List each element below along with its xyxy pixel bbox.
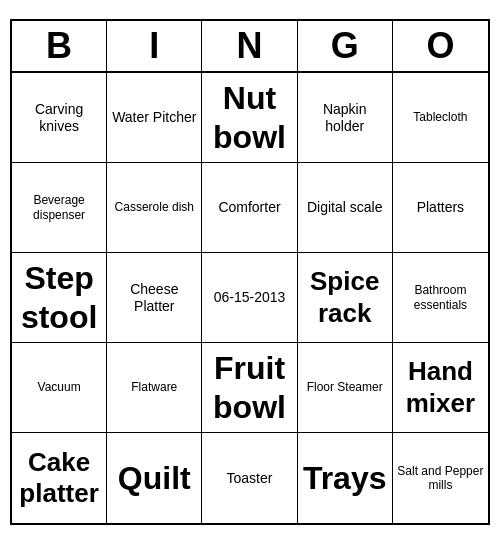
bingo-cell: Floor Steamer <box>298 343 393 433</box>
cell-text: Flatware <box>131 380 177 394</box>
bingo-cell: Salt and Pepper mills <box>393 433 488 523</box>
bingo-cell: Toaster <box>202 433 297 523</box>
header-letter: O <box>393 21 488 71</box>
bingo-grid: Carving knivesWater PitcherNut bowlNapki… <box>12 73 488 523</box>
cell-text: Comforter <box>218 199 280 216</box>
bingo-cell: Carving knives <box>12 73 107 163</box>
bingo-header: BINGO <box>12 21 488 73</box>
bingo-cell: Water Pitcher <box>107 73 202 163</box>
header-letter: I <box>107 21 202 71</box>
cell-text: Platters <box>417 199 464 216</box>
cell-text: Toaster <box>227 470 273 487</box>
cell-text: Tablecloth <box>413 110 467 124</box>
cell-text: Spice rack <box>302 266 388 328</box>
header-letter: B <box>12 21 107 71</box>
bingo-cell: Fruit bowl <box>202 343 297 433</box>
bingo-cell: Hand mixer <box>393 343 488 433</box>
cell-text: Floor Steamer <box>307 380 383 394</box>
cell-text: Salt and Pepper mills <box>397 464 484 493</box>
bingo-cell: Flatware <box>107 343 202 433</box>
cell-text: Trays <box>303 459 387 497</box>
bingo-cell: Step stool <box>12 253 107 343</box>
bingo-cell: Platters <box>393 163 488 253</box>
bingo-cell: 06-15-2013 <box>202 253 297 343</box>
cell-text: Napkin holder <box>302 101 388 135</box>
bingo-cell: Cheese Platter <box>107 253 202 343</box>
cell-text: Fruit bowl <box>206 349 292 426</box>
bingo-cell: Napkin holder <box>298 73 393 163</box>
cell-text: Hand mixer <box>397 356 484 418</box>
bingo-cell: Trays <box>298 433 393 523</box>
bingo-cell: Bathroom essentials <box>393 253 488 343</box>
cell-text: Cheese Platter <box>111 281 197 315</box>
bingo-card: BINGO Carving knivesWater PitcherNut bow… <box>10 19 490 525</box>
cell-text: Nut bowl <box>206 79 292 156</box>
cell-text: 06-15-2013 <box>214 289 286 306</box>
cell-text: Digital scale <box>307 199 382 216</box>
header-letter: G <box>298 21 393 71</box>
bingo-cell: Tablecloth <box>393 73 488 163</box>
cell-text: Beverage dispenser <box>16 193 102 222</box>
cell-text: Water Pitcher <box>112 109 196 126</box>
bingo-cell: Cake platter <box>12 433 107 523</box>
bingo-cell: Nut bowl <box>202 73 297 163</box>
bingo-cell: Beverage dispenser <box>12 163 107 253</box>
bingo-cell: Comforter <box>202 163 297 253</box>
bingo-cell: Vacuum <box>12 343 107 433</box>
cell-text: Cake platter <box>16 447 102 509</box>
cell-text: Casserole dish <box>115 200 194 214</box>
header-letter: N <box>202 21 297 71</box>
bingo-cell: Quilt <box>107 433 202 523</box>
bingo-cell: Casserole dish <box>107 163 202 253</box>
cell-text: Bathroom essentials <box>397 283 484 312</box>
cell-text: Vacuum <box>38 380 81 394</box>
bingo-cell: Digital scale <box>298 163 393 253</box>
cell-text: Quilt <box>118 459 191 497</box>
cell-text: Carving knives <box>16 101 102 135</box>
bingo-cell: Spice rack <box>298 253 393 343</box>
cell-text: Step stool <box>16 259 102 336</box>
